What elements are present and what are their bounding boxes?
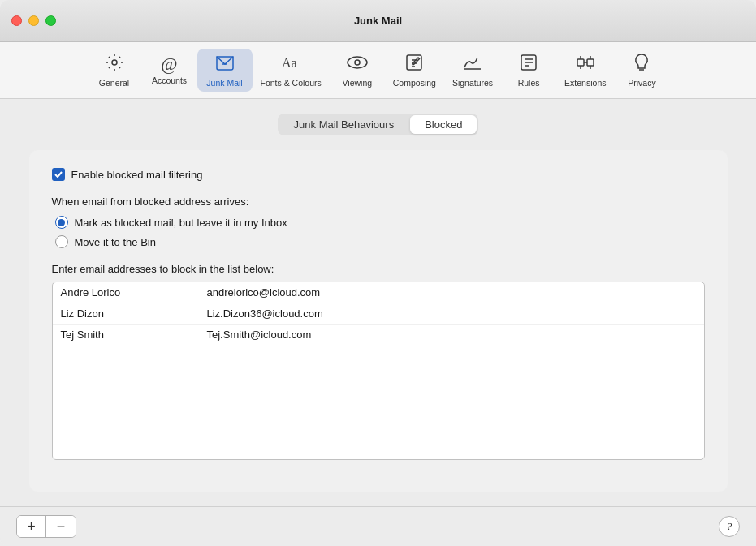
- radio-group: Mark as blocked mail, but leave it in my…: [55, 216, 705, 248]
- help-button[interactable]: ?: [719, 516, 740, 537]
- toolbar-item-viewing[interactable]: Viewing: [330, 49, 385, 92]
- enable-filtering-checkbox[interactable]: [52, 168, 65, 181]
- toolbar-label-extensions: Extensions: [564, 78, 606, 88]
- bottom-bar: + − ?: [0, 506, 756, 546]
- radio-inner: [58, 219, 65, 226]
- radio-mark-as-blocked-label: Mark as blocked mail, but leave it in my…: [75, 217, 287, 229]
- email-address-0: andrelorico@icloud.com: [207, 286, 321, 299]
- maximize-button[interactable]: [45, 15, 56, 26]
- toolbar-item-junk-mail[interactable]: Junk Mail: [197, 49, 253, 92]
- tab-blocked[interactable]: Blocked: [410, 115, 477, 134]
- radio-move-to-bin[interactable]: Move it to the Bin: [55, 235, 705, 248]
- toolbar-label-junk-mail: Junk Mail: [206, 78, 242, 88]
- enable-filtering-row: Enable blocked mail filtering: [52, 168, 705, 181]
- toolbar-item-accounts[interactable]: @ Accounts: [142, 51, 197, 89]
- radio-mark-as-blocked[interactable]: Mark as blocked mail, but leave it in my…: [55, 216, 705, 229]
- toolbar-label-composing: Composing: [393, 78, 436, 88]
- svg-point-0: [112, 60, 117, 65]
- email-list-label: Enter email addresses to block in the li…: [52, 263, 705, 275]
- rules-icon: [519, 53, 538, 75]
- svg-point-4: [355, 60, 360, 65]
- settings-panel: Enable blocked mail filtering When email…: [29, 150, 728, 492]
- table-row: Tej Smith Tej.Smith@icloud.com: [53, 325, 704, 345]
- extensions-icon: [574, 53, 597, 75]
- privacy-icon: [632, 53, 651, 75]
- svg-text:Aa: Aa: [282, 56, 297, 70]
- email-name-0: Andre Lorico: [61, 286, 142, 299]
- email-address-2: Tej.Smith@icloud.com: [207, 329, 312, 341]
- radio-move-to-bin-label: Move it to the Bin: [75, 236, 156, 248]
- fonts-icon: Aa: [280, 53, 301, 75]
- segmented-control: Junk Mail Behaviours Blocked: [278, 114, 479, 135]
- window-title: Junk Mail: [354, 15, 402, 27]
- composing-icon: [404, 53, 424, 75]
- toolbar-item-privacy[interactable]: Privacy: [614, 49, 669, 92]
- toolbar-item-general[interactable]: General: [87, 49, 142, 92]
- toolbar-label-accounts: Accounts: [152, 75, 187, 85]
- viewing-icon: [345, 53, 369, 75]
- add-entry-button[interactable]: +: [17, 516, 46, 537]
- toolbar-item-rules[interactable]: Rules: [501, 49, 556, 92]
- toolbar-label-rules: Rules: [518, 78, 540, 88]
- toolbar-item-extensions[interactable]: Extensions: [556, 49, 614, 92]
- radio-move-to-bin-button[interactable]: [55, 235, 68, 248]
- toolbar-label-privacy: Privacy: [628, 78, 655, 88]
- remove-entry-button[interactable]: −: [46, 516, 76, 537]
- table-row: Andre Lorico andrelorico@icloud.com: [53, 282, 704, 303]
- close-button[interactable]: [11, 15, 22, 26]
- add-remove-buttons: + −: [16, 515, 76, 538]
- toolbar-item-fonts-colours[interactable]: Aa Fonts & Colours: [253, 49, 330, 92]
- when-blocked-arrives-label: When email from blocked address arrives:: [52, 196, 705, 208]
- enable-filtering-label: Enable blocked mail filtering: [71, 169, 203, 181]
- email-name-2: Tej Smith: [61, 329, 142, 341]
- svg-rect-11: [577, 59, 584, 66]
- toolbar-label-fonts-colours: Fonts & Colours: [261, 78, 322, 88]
- email-name-1: Liz Dizon: [61, 307, 142, 320]
- gear-icon: [105, 53, 124, 75]
- radio-mark-as-blocked-button[interactable]: [55, 216, 68, 229]
- minimize-button[interactable]: [28, 15, 39, 26]
- tab-junk-mail-behaviours[interactable]: Junk Mail Behaviours: [279, 115, 409, 134]
- toolbar-item-signatures[interactable]: Signatures: [444, 49, 501, 92]
- title-bar: Junk Mail: [0, 0, 756, 42]
- email-address-1: Liz.Dizon36@icloud.com: [207, 307, 323, 320]
- table-row: Liz Dizon Liz.Dizon36@icloud.com: [53, 303, 704, 325]
- traffic-lights: [11, 15, 56, 26]
- toolbar-label-viewing: Viewing: [342, 78, 372, 88]
- toolbar-item-composing[interactable]: Composing: [385, 49, 444, 92]
- svg-rect-12: [587, 59, 594, 66]
- email-list[interactable]: Andre Lorico andrelorico@icloud.com Liz …: [52, 282, 705, 460]
- toolbar-label-general: General: [99, 78, 129, 88]
- toolbar-label-signatures: Signatures: [452, 78, 493, 88]
- main-content: Junk Mail Behaviours Blocked Enable bloc…: [0, 99, 756, 506]
- signatures-icon: [461, 53, 484, 75]
- svg-point-3: [348, 57, 367, 68]
- toolbar: General @ Accounts Junk Mail Aa Fonts & …: [0, 42, 756, 99]
- junk-mail-icon: [214, 53, 235, 75]
- at-icon: @: [161, 55, 177, 73]
